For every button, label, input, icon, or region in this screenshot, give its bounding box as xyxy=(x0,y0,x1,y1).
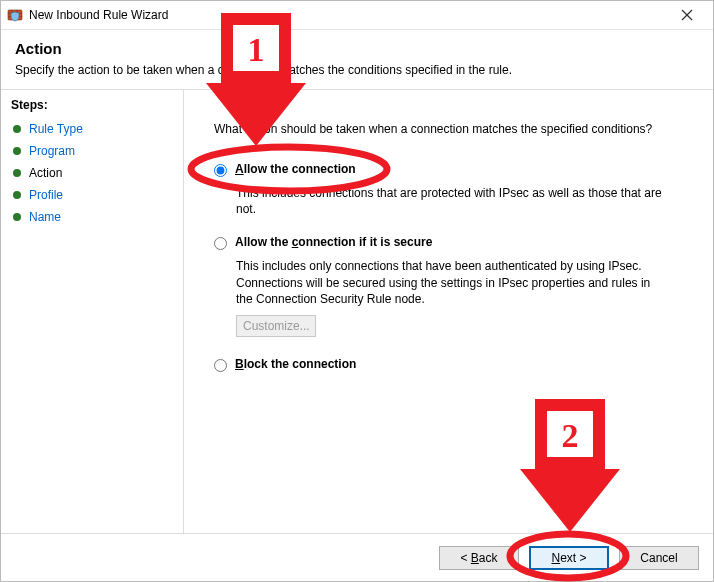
close-button[interactable] xyxy=(667,1,707,29)
page-description: Specify the action to be taken when a co… xyxy=(15,63,699,77)
step-label: Program xyxy=(29,144,75,158)
radio-allow[interactable] xyxy=(214,164,227,177)
back-button[interactable]: < Back xyxy=(439,546,519,570)
step-label: Profile xyxy=(29,188,63,202)
main-panel: What action should be taken when a conne… xyxy=(184,90,713,533)
bullet-icon xyxy=(13,147,21,155)
option-block[interactable]: Block the connection xyxy=(214,357,691,372)
step-action[interactable]: Action xyxy=(11,162,173,184)
option-allow[interactable]: Allow the connection xyxy=(214,162,691,177)
page-title: Action xyxy=(15,40,699,57)
step-program[interactable]: Program xyxy=(11,140,173,162)
option-allow-secure-desc: This includes only connections that have… xyxy=(236,258,666,307)
footer: < Back Next > Cancel xyxy=(1,533,713,581)
next-button[interactable]: Next > xyxy=(529,546,609,570)
option-block-label: Block the connection xyxy=(235,357,356,371)
bullet-icon xyxy=(13,125,21,133)
bullet-icon xyxy=(13,169,21,177)
radio-block[interactable] xyxy=(214,359,227,372)
option-allow-desc: This includes connections that are prote… xyxy=(236,185,666,217)
page-header: Action Specify the action to be taken wh… xyxy=(1,30,713,90)
close-icon xyxy=(681,9,693,21)
step-name[interactable]: Name xyxy=(11,206,173,228)
radio-allow-secure[interactable] xyxy=(214,237,227,250)
step-label: Rule Type xyxy=(29,122,83,136)
customize-button: Customize... xyxy=(236,315,316,337)
question-text: What action should be taken when a conne… xyxy=(214,122,691,136)
wizard-window: New Inbound Rule Wizard Action Specify t… xyxy=(0,0,714,582)
step-label: Name xyxy=(29,210,61,224)
bullet-icon xyxy=(13,191,21,199)
firewall-icon xyxy=(7,7,23,23)
option-allow-secure-label: Allow the connection if it is secure xyxy=(235,235,432,249)
cancel-button[interactable]: Cancel xyxy=(619,546,699,570)
option-allow-secure[interactable]: Allow the connection if it is secure xyxy=(214,235,691,250)
step-profile[interactable]: Profile xyxy=(11,184,173,206)
steps-heading: Steps: xyxy=(11,98,173,112)
body: Steps: Rule Type Program Action Profile … xyxy=(1,90,713,533)
window-title: New Inbound Rule Wizard xyxy=(29,8,667,22)
steps-sidebar: Steps: Rule Type Program Action Profile … xyxy=(1,90,184,533)
option-allow-label: Allow the connection xyxy=(235,162,356,176)
step-label: Action xyxy=(29,166,62,180)
bullet-icon xyxy=(13,213,21,221)
titlebar: New Inbound Rule Wizard xyxy=(1,1,713,30)
step-rule-type[interactable]: Rule Type xyxy=(11,118,173,140)
